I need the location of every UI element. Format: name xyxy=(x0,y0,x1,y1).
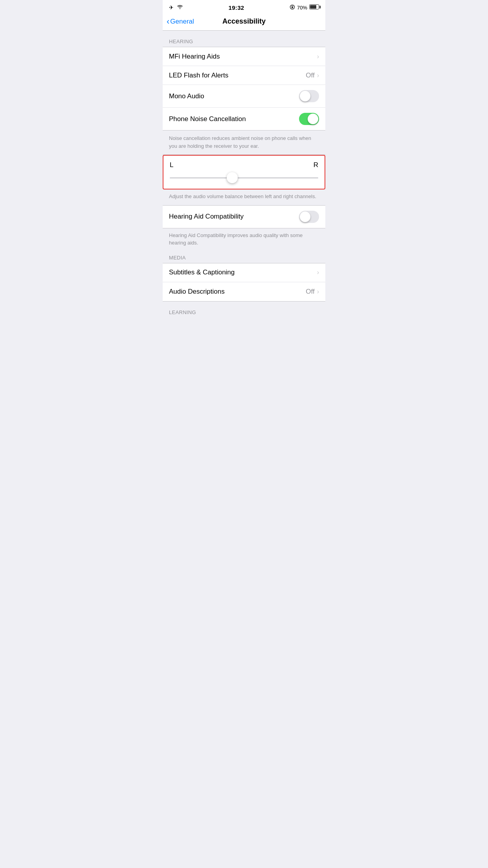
hearing-aid-compat-label: Hearing Aid Compatibility xyxy=(169,213,244,221)
hearing-aid-compat-knob xyxy=(300,211,310,222)
page-title: Accessibility xyxy=(222,17,266,26)
status-left: ✈ xyxy=(169,4,183,11)
slider-right-label: R xyxy=(314,161,318,169)
slider-labels: L R xyxy=(170,161,318,169)
slider-track-container[interactable] xyxy=(170,173,318,182)
media-section-header: MEDIA xyxy=(163,250,325,263)
mono-audio-toggle[interactable] xyxy=(299,90,319,102)
mono-audio-label: Mono Audio xyxy=(169,92,204,100)
back-chevron-icon: ‹ xyxy=(167,17,169,26)
back-label: General xyxy=(170,18,194,26)
subtitles-row[interactable]: Subtitles & Captioning › xyxy=(163,263,325,282)
phone-noise-knob xyxy=(308,114,318,124)
mono-audio-knob xyxy=(300,91,310,101)
hearing-aid-section: Hearing Aid Compatibility xyxy=(163,205,325,228)
balance-description: Adjust the audio volume balance between … xyxy=(163,189,325,205)
subtitles-chevron-icon: › xyxy=(317,269,319,276)
learning-section-header: LEARNING xyxy=(163,302,325,319)
led-flash-label: LED Flash for Alerts xyxy=(169,72,228,79)
media-settings-group: Subtitles & Captioning › Audio Descripti… xyxy=(163,263,325,302)
audio-desc-chevron-icon: › xyxy=(317,288,319,295)
phone-noise-toggle[interactable] xyxy=(299,113,319,125)
nav-bar: ‹ General Accessibility xyxy=(163,14,325,31)
audio-balance-section: L R xyxy=(163,155,325,189)
noise-cancellation-description: Noise cancellation reduces ambient noise… xyxy=(163,131,325,155)
rotation-lock-icon xyxy=(290,4,295,11)
mfi-hearing-aids-row[interactable]: MFi Hearing Aids › xyxy=(163,47,325,66)
slider-track xyxy=(170,177,318,178)
hearing-settings-group: MFi Hearing Aids › LED Flash for Alerts … xyxy=(163,47,325,131)
led-chevron-icon: › xyxy=(317,72,319,79)
subtitles-right: › xyxy=(317,269,319,276)
battery-icon xyxy=(309,4,319,11)
status-time: 19:32 xyxy=(229,4,244,11)
hearing-section-header: HEARING xyxy=(163,31,325,47)
mono-audio-row: Mono Audio xyxy=(163,85,325,108)
wifi-icon xyxy=(177,5,183,11)
mfi-right: › xyxy=(317,53,319,60)
airplane-icon: ✈ xyxy=(169,4,174,11)
audio-descriptions-value: Off xyxy=(306,288,314,296)
mfi-hearing-aids-label: MFi Hearing Aids xyxy=(169,53,220,61)
subtitles-label: Subtitles & Captioning xyxy=(169,268,235,276)
phone-noise-label: Phone Noise Cancellation xyxy=(169,115,246,123)
svg-rect-2 xyxy=(292,6,293,7)
status-right: 70% xyxy=(290,4,319,11)
led-flash-value: Off xyxy=(306,72,314,79)
led-right: Off › xyxy=(306,72,319,79)
hearing-aid-compat-row: Hearing Aid Compatibility xyxy=(163,206,325,228)
hearing-aid-description: Hearing Aid Compatibility improves audio… xyxy=(163,228,325,250)
led-flash-row[interactable]: LED Flash for Alerts Off › xyxy=(163,66,325,85)
hearing-aid-compat-toggle[interactable] xyxy=(299,211,319,223)
slider-thumb[interactable] xyxy=(227,172,238,183)
audio-desc-right: Off › xyxy=(306,288,319,296)
back-button[interactable]: ‹ General xyxy=(167,17,194,26)
phone-noise-row: Phone Noise Cancellation xyxy=(163,108,325,130)
mfi-chevron-icon: › xyxy=(317,53,319,60)
audio-descriptions-label: Audio Descriptions xyxy=(169,288,225,296)
slider-left-label: L xyxy=(170,161,173,169)
battery-percent: 70% xyxy=(297,5,307,11)
audio-descriptions-row[interactable]: Audio Descriptions Off › xyxy=(163,282,325,301)
status-bar: ✈ 19:32 70% xyxy=(163,0,325,14)
